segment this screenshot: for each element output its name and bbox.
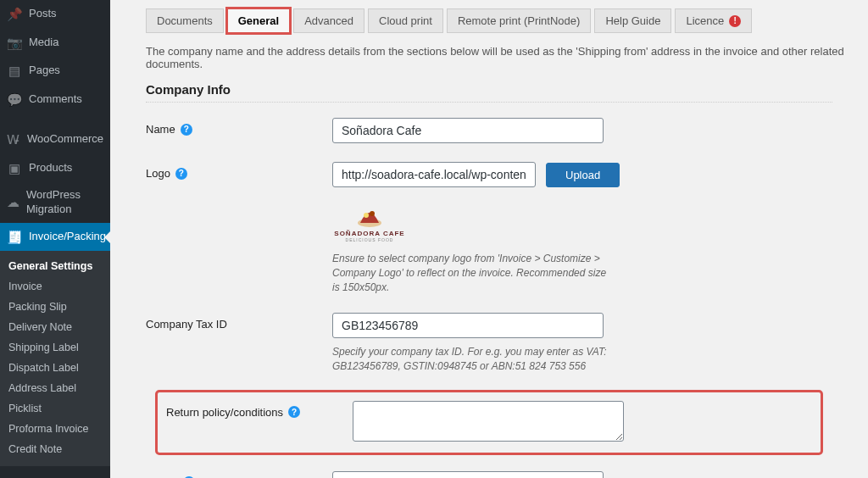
field-label: Return policy/conditions xyxy=(166,406,283,419)
submenu-proforma-invoice[interactable]: Proforma Invoice xyxy=(0,419,110,439)
archive-icon: ▣ xyxy=(7,160,22,177)
help-icon[interactable]: ? xyxy=(181,124,192,136)
row-tax-id: Company Tax ID Specify your company tax … xyxy=(146,313,832,374)
field-description: Specify your company tax ID. For e.g. yo… xyxy=(332,345,612,374)
tab-help-guide[interactable]: Help Guide xyxy=(594,8,671,33)
section-divider xyxy=(146,102,832,103)
tax-id-input[interactable] xyxy=(332,313,604,338)
svg-point-2 xyxy=(370,211,375,216)
settings-tabs: Documents General Advanced Cloud print R… xyxy=(146,8,853,33)
sidebar-item-pages[interactable]: ▤ Pages xyxy=(0,57,110,86)
help-icon[interactable]: ? xyxy=(288,406,300,418)
company-name-input[interactable] xyxy=(332,118,604,143)
row-footer: Footer ? Set up a footer which will be u… xyxy=(146,471,832,478)
sidebar-item-media[interactable]: 📷 Media xyxy=(0,29,110,58)
sidebar-item-label: Posts xyxy=(29,7,57,21)
field-label: Company Tax ID xyxy=(146,318,227,331)
sidebar-item-products[interactable]: ▣ Products xyxy=(0,154,110,183)
tab-licence[interactable]: Licence ! xyxy=(675,8,752,33)
help-icon[interactable]: ? xyxy=(175,168,187,180)
submenu-invoice[interactable]: Invoice xyxy=(0,276,110,297)
tab-remote-print[interactable]: Remote print (PrintNode) xyxy=(447,8,592,33)
sidebar-item-label: Invoice/Packing xyxy=(29,230,106,244)
submenu-general-settings[interactable]: General Settings xyxy=(0,256,110,276)
sidebar-item-analytics[interactable]: 📊 Analytics xyxy=(0,471,110,478)
field-description: Ensure to select company logo from 'Invo… xyxy=(332,252,612,294)
submenu-delivery-note[interactable]: Delivery Note xyxy=(0,317,110,337)
row-logo: Logo ? Upload SOÑADORA CAFE DELICIOU xyxy=(146,162,832,294)
doc-icon: 🧾 xyxy=(7,229,22,246)
company-info-form: Name ? Logo ? Upload xyxy=(146,118,832,478)
sidebar-item-label: Products xyxy=(29,161,72,175)
logo-preview: SOÑADORA CAFE DELICIOUS FOOD xyxy=(332,203,407,245)
woo-icon: W̵ xyxy=(7,131,20,148)
logo-preview-text: SOÑADORA CAFE xyxy=(334,230,404,237)
cloud-icon: ☁ xyxy=(7,194,19,211)
sidebar-item-invoice-packing[interactable]: 🧾 Invoice/Packing xyxy=(0,223,110,252)
field-label: Logo xyxy=(146,167,170,180)
submenu-shipping-label[interactable]: Shipping Label xyxy=(0,337,110,358)
sidebar-item-label: Comments xyxy=(29,92,82,107)
logo-preview-subtext: DELICIOUS FOOD xyxy=(346,237,394,242)
warning-badge-icon: ! xyxy=(729,15,741,27)
page-icon: ▤ xyxy=(7,63,22,80)
footer-textarea[interactable] xyxy=(332,471,604,478)
sidebar-item-woocommerce[interactable]: W̵ WooCommerce xyxy=(0,125,110,154)
sidebar-item-posts[interactable]: 📌 Posts xyxy=(0,0,110,29)
field-label: Name xyxy=(146,123,175,136)
admin-sidebar: 📌 Posts 📷 Media ▤ Pages 💬 Comments W̵ Wo… xyxy=(0,0,110,478)
row-return-policy: Return policy/conditions ? xyxy=(158,392,821,453)
logo-image-icon xyxy=(355,206,384,228)
section-title: Company Info xyxy=(146,82,853,97)
sidebar-item-comments[interactable]: 💬 Comments xyxy=(0,86,110,114)
submenu-address-label[interactable]: Address Label xyxy=(0,378,110,398)
sidebar-submenu: General Settings Invoice Packing Slip De… xyxy=(0,251,110,466)
main-content: Documents General Advanced Cloud print R… xyxy=(110,0,868,478)
tab-label: Licence xyxy=(686,14,724,27)
push-pin-icon: 📌 xyxy=(7,6,22,23)
submenu-picklist[interactable]: Picklist xyxy=(0,398,110,419)
upload-button[interactable]: Upload xyxy=(546,163,620,187)
tab-advanced[interactable]: Advanced xyxy=(293,8,364,33)
svg-point-1 xyxy=(364,213,369,218)
submenu-credit-note[interactable]: Credit Note xyxy=(0,439,110,459)
row-company-name: Name ? xyxy=(146,118,832,143)
sidebar-item-label: Media xyxy=(29,36,58,50)
sidebar-item-label: WordPress Migration xyxy=(26,188,103,217)
comment-icon: 💬 xyxy=(7,92,22,108)
logo-url-input[interactable] xyxy=(332,162,536,187)
camera-icon: 📷 xyxy=(7,35,22,52)
return-policy-textarea[interactable] xyxy=(353,401,624,442)
submenu-packing-slip[interactable]: Packing Slip xyxy=(0,297,110,317)
submenu-dispatch-label[interactable]: Dispatch Label xyxy=(0,358,110,378)
section-intro-text: The company name and the address details… xyxy=(146,45,853,70)
sidebar-item-label: WooCommerce xyxy=(27,132,103,147)
tab-cloud-print[interactable]: Cloud print xyxy=(368,8,443,33)
tab-general[interactable]: General xyxy=(227,8,290,33)
sidebar-item-wp-migration[interactable]: ☁ WordPress Migration xyxy=(0,182,110,223)
tab-documents[interactable]: Documents xyxy=(146,8,224,33)
sidebar-item-label: Pages xyxy=(29,64,60,78)
